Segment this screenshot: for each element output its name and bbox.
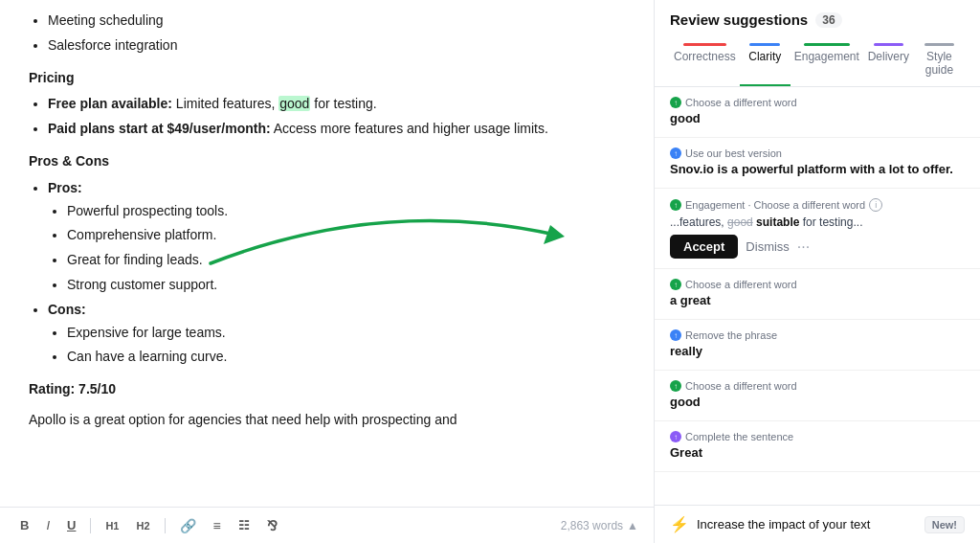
suggestion-label: ↑ Remove the phrase: [670, 329, 965, 341]
dot-blue-icon: ↑: [670, 147, 681, 159]
preview-old-word: good: [727, 215, 753, 229]
suggestion-label: ↑ Choose a different word: [670, 380, 965, 392]
pros-item: Powerful prospecting tools.: [67, 200, 625, 223]
list-button[interactable]: ≡: [209, 515, 226, 536]
correctness-indicator: [683, 43, 726, 46]
engagement-label: ↑ Engagement · Choose a different word i: [670, 198, 965, 212]
link-button[interactable]: 🔗: [175, 515, 201, 536]
new-badge: New!: [924, 516, 965, 533]
dot-green-icon: ↑: [670, 97, 681, 108]
delivery-indicator: [874, 43, 904, 46]
pros-item: Great for finding leads.: [67, 249, 625, 272]
list-item: Salesforce integration: [48, 34, 625, 57]
suggestion-label: ↑ Use our best version: [670, 147, 965, 159]
pricing-heading: Pricing: [29, 67, 625, 90]
pricing-free-bold: Free plan available:: [48, 96, 172, 111]
suggestion-value: Snov.io is a powerful platform with a lo…: [670, 162, 965, 176]
suggestion-value: a great: [670, 293, 965, 307]
review-title: Review suggestions 36: [670, 11, 965, 28]
lightning-icon: ⚡: [670, 515, 689, 533]
pros-item: Strong customer support.: [67, 274, 625, 297]
review-header: Review suggestions 36 Correctness Clarit…: [655, 0, 980, 87]
review-tabs: Correctness Clarity Engagement Delivery …: [670, 37, 965, 86]
dismiss-button[interactable]: Dismiss: [746, 239, 790, 254]
word-count: 2,863 words ▲: [561, 519, 638, 532]
pricing-paid-bold: Paid plans start at $49/user/month:: [48, 121, 271, 136]
suggestion-item: ↑ Complete the sentence Great: [655, 421, 980, 472]
cons-item: Can have a learning curve.: [67, 346, 625, 369]
tab-delivery[interactable]: Delivery: [863, 37, 914, 86]
tab-clarity[interactable]: Clarity: [740, 37, 791, 86]
italic-button[interactable]: I: [41, 515, 55, 535]
underline-button[interactable]: U: [62, 515, 80, 535]
editor-content: Meeting scheduling Salesforce integratio…: [29, 10, 625, 432]
suggestions-list: ↑ Choose a different word good ↑ Use our…: [655, 87, 980, 505]
clear-format-button[interactable]: ⅋: [262, 515, 282, 536]
impact-bar[interactable]: ⚡ Increase the impact of your text New!: [655, 505, 980, 543]
list-item: Free plan available: Limited features, g…: [48, 93, 625, 116]
suggestion-label: ↑ Complete the sentence: [670, 431, 965, 442]
more-button[interactable]: ···: [797, 238, 810, 256]
suggestion-label: ↑ Choose a different word: [670, 97, 965, 108]
accept-button[interactable]: Accept: [670, 235, 738, 259]
pros-cons-heading: Pros & Cons: [29, 150, 625, 173]
pros-label: Pros: Powerful prospecting tools. Compre…: [48, 177, 625, 297]
suggestion-value: good: [670, 395, 965, 409]
suggestion-actions: Accept Dismiss ···: [670, 235, 965, 259]
list-item: Meeting scheduling: [48, 10, 625, 33]
suggestion-preview: ...features, good suitable for testing..…: [670, 215, 965, 229]
suggestion-item: ↑ Use our best version Snov.io is a powe…: [655, 138, 980, 189]
suggestion-value: really: [670, 344, 965, 358]
rating-heading: Rating: 7.5/10: [29, 378, 625, 401]
pricing-free-text: Limited features,: [176, 96, 278, 111]
pricing-paid-text: Access more features and higher usage li…: [274, 121, 548, 136]
dot-blue-icon: ↑: [670, 329, 681, 341]
tab-style[interactable]: Style guide: [914, 37, 965, 86]
h1-button[interactable]: H1: [100, 517, 123, 534]
dot-green-icon: ↑: [670, 380, 681, 392]
clarity-indicator: [749, 43, 780, 46]
style-indicator: [924, 43, 955, 46]
suggestion-item: ↑ Choose a different word good: [655, 371, 980, 421]
toolbar-divider: [90, 518, 91, 533]
info-icon[interactable]: i: [869, 198, 882, 212]
list-item: Paid plans start at $49/user/month: Acce…: [48, 118, 625, 141]
review-panel: Review suggestions 36 Correctness Clarit…: [655, 0, 980, 543]
preview-before: ...features,: [670, 215, 727, 229]
editor-toolbar: B I U H1 H2 🔗 ≡ ☷ ⅋ 2,863 words ▲: [0, 507, 654, 543]
highlighted-word: good: [278, 96, 310, 111]
pricing-free-rest: for testing.: [310, 96, 376, 111]
suggestion-item: ↑ Choose a different word good: [655, 87, 980, 138]
dot-green-icon: ↑: [670, 199, 681, 211]
word-count-arrow[interactable]: ▲: [627, 519, 638, 532]
tab-correctness[interactable]: Correctness: [670, 37, 740, 86]
suggestion-item-active: ↑ Engagement · Choose a different word i…: [655, 189, 980, 269]
table-button[interactable]: ☷: [234, 515, 255, 535]
toolbar-divider-2: [165, 518, 166, 533]
suggestion-item: ↑ Choose a different word a great: [655, 269, 980, 320]
preview-new-word: suitable: [756, 215, 799, 229]
suggestion-value: good: [670, 111, 965, 125]
engagement-indicator: [804, 43, 850, 46]
editor-panel: Meeting scheduling Salesforce integratio…: [0, 0, 655, 543]
footer-text: Apollo is a great option for agencies th…: [29, 409, 625, 432]
suggestion-label: ↑ Choose a different word: [670, 279, 965, 290]
dot-purple-icon: ↑: [670, 431, 681, 442]
review-badge: 36: [815, 12, 841, 28]
suggestion-item: ↑ Remove the phrase really: [655, 320, 980, 371]
suggestion-value: Great: [670, 445, 965, 460]
cons-item: Expensive for large teams.: [67, 322, 625, 345]
tab-engagement[interactable]: Engagement: [791, 37, 863, 86]
impact-text: Increase the impact of your text: [697, 517, 917, 532]
h2-button[interactable]: H2: [131, 517, 154, 534]
pros-item: Comprehensive platform.: [67, 224, 625, 247]
dot-green-icon: ↑: [670, 279, 681, 290]
cons-label: Cons: Expensive for large teams. Can hav…: [48, 299, 625, 369]
preview-after: for testing...: [799, 215, 862, 229]
bold-button[interactable]: B: [15, 515, 33, 535]
